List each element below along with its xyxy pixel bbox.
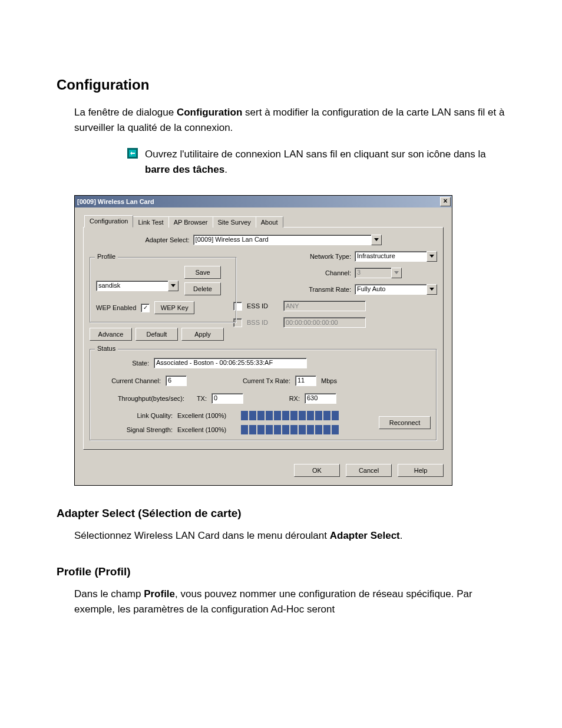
mbps-label: Mbps — [321, 377, 337, 384]
step-text: Ouvrez l'utilitaire de connexion LAN san… — [145, 147, 505, 178]
channel-value: 3 — [355, 268, 391, 278]
profile-dropdown[interactable]: sandisk — [96, 281, 178, 291]
current-channel-label: Current Channel: — [102, 377, 161, 384]
tab-ap-browser[interactable]: AP Browser — [168, 216, 213, 228]
bold-text: Adapter Select — [330, 530, 400, 541]
bullet-icon — [127, 148, 138, 159]
ok-button[interactable]: OK — [294, 464, 340, 477]
delete-button[interactable]: Delete — [184, 282, 221, 295]
signal-strength-value: Excellent (100%) — [177, 426, 236, 433]
network-type-label: Network Type: — [298, 253, 351, 260]
wep-enabled-label: WEP Enabled — [96, 304, 136, 311]
bold-text: Profile — [144, 588, 175, 599]
current-tx-rate-label: Current Tx Rate: — [232, 377, 290, 384]
adapter-select-value: [0009] Wireless Lan Card — [193, 235, 371, 245]
text: Ouvrez l'utilitaire de connexion LAN san… — [145, 149, 486, 160]
tab-site-survey[interactable]: Site Survey — [213, 216, 256, 228]
dialog-footer: OK Cancel Help — [75, 458, 452, 485]
profile-legend: Profile — [95, 253, 118, 260]
dropdown-arrow-icon — [391, 268, 402, 278]
dropdown-arrow-icon — [371, 235, 382, 245]
save-button[interactable]: Save — [184, 266, 221, 279]
rx-value: 630 — [305, 393, 336, 404]
transmit-rate-value: Fully Auto — [355, 284, 427, 295]
adapter-select-label: Adapter Select: — [145, 236, 189, 243]
wep-enabled-checkbox[interactable]: ✓ — [141, 304, 150, 312]
close-button[interactable]: × — [440, 197, 451, 206]
signal-strength-label: Signal Strength: — [102, 426, 173, 433]
dropdown-arrow-icon — [427, 284, 437, 295]
link-quality-label: Link Quality: — [102, 412, 173, 419]
adapter-select-dropdown[interactable]: [0009] Wireless Lan Card — [193, 235, 382, 245]
bss-id-field: 00:00:00:00:00:00 — [283, 317, 366, 328]
text: Sélectionnez Wireless LAN Card dans le m… — [74, 530, 330, 541]
network-type-dropdown[interactable]: Infrastructure — [355, 251, 437, 262]
step-item: Ouvrez l'utilitaire de connexion LAN san… — [127, 147, 505, 178]
ess-id-field: ANY — [283, 301, 366, 311]
ess-id-label: ESS ID — [247, 302, 279, 309]
rx-label: RX: — [282, 395, 300, 402]
text: . — [400, 530, 403, 541]
transmit-rate-dropdown[interactable]: Fully Auto — [355, 284, 437, 295]
cancel-button[interactable]: Cancel — [346, 464, 392, 477]
help-button[interactable]: Help — [398, 464, 444, 477]
window-title: [0009] Wireless Lan Card — [77, 198, 154, 205]
section-adapter-select-heading: Adapter Select (Sélection de carte) — [57, 507, 505, 520]
text: . — [224, 164, 227, 175]
reconnect-button[interactable]: Reconnect — [379, 416, 431, 429]
channel-dropdown: 3 — [355, 268, 402, 278]
advance-button[interactable]: Advance — [90, 328, 132, 341]
status-legend: Status — [95, 345, 118, 352]
profile-value: sandisk — [96, 281, 168, 291]
window-titlebar: [0009] Wireless Lan Card × — [75, 196, 452, 207]
section-profile-text: Dans le champ Profile, vous pouvez nomme… — [74, 587, 505, 618]
dropdown-arrow-icon — [427, 251, 437, 262]
bold-text: Configuration — [177, 107, 242, 118]
link-quality-value: Excellent (100%) — [177, 412, 236, 419]
wep-key-button[interactable]: WEP Key — [154, 301, 194, 314]
intro-paragraph: La fenêtre de dialogue Configuration ser… — [74, 105, 505, 136]
text: Dans le champ — [74, 588, 144, 599]
tx-value: 0 — [211, 393, 243, 404]
bold-text: barre des tâches — [145, 164, 224, 175]
channel-label: Channel: — [298, 269, 351, 276]
status-groupbox: Status State: Associated - Boston - 00:0… — [90, 349, 437, 441]
configuration-panel: Adapter Select: [0009] Wireless Lan Card… — [83, 227, 444, 450]
signal-strength-bar — [241, 425, 339, 434]
network-type-value: Infrastructure — [355, 251, 427, 262]
dropdown-arrow-icon — [168, 281, 178, 291]
tab-configuration[interactable]: Configuration — [84, 215, 133, 228]
section-profile-heading: Profile (Profil) — [57, 565, 505, 578]
state-label: State: — [125, 360, 149, 367]
bss-id-label: BSS ID — [247, 319, 279, 326]
tab-link-test[interactable]: Link Test — [133, 216, 168, 228]
profile-groupbox: Profile sandisk Save Delete — [90, 257, 237, 323]
tab-strip: Configuration Link Test AP Browser Site … — [83, 215, 444, 228]
tx-label: TX: — [189, 395, 207, 402]
page-title: Configuration — [57, 77, 505, 93]
wireless-config-dialog: [0009] Wireless Lan Card × Configuration… — [74, 195, 452, 486]
throughput-label: Throughput(bytes/sec): — [102, 395, 184, 402]
current-tx-rate-value: 11 — [295, 375, 316, 386]
transmit-rate-label: Transmit Rate: — [298, 286, 351, 293]
tab-about[interactable]: About — [256, 216, 283, 228]
text: La fenêtre de dialogue — [74, 107, 177, 118]
current-channel-value: 6 — [166, 375, 187, 386]
default-button[interactable]: Default — [135, 328, 178, 341]
link-quality-bar — [241, 411, 339, 420]
state-value: Associated - Boston - 00:06:25:55:33:AF — [154, 358, 307, 368]
apply-button[interactable]: Apply — [181, 328, 224, 341]
section-adapter-select-text: Sélectionnez Wireless LAN Card dans le m… — [74, 528, 505, 543]
